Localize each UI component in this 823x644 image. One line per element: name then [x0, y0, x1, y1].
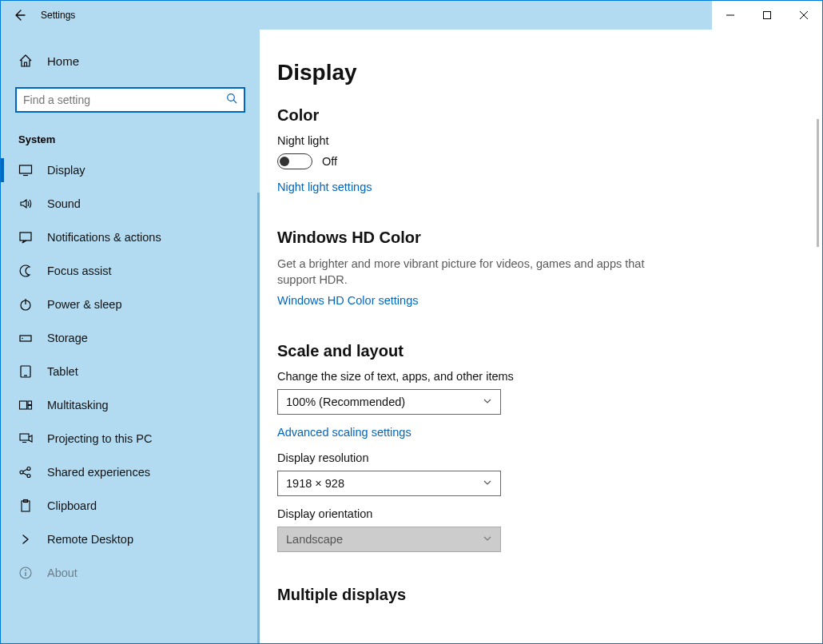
orientation-label: Display orientation [277, 507, 822, 520]
section-scale-header: Scale and layout [277, 342, 822, 360]
home-label: Home [47, 54, 79, 68]
svg-rect-17 [28, 406, 32, 410]
power-icon [18, 297, 33, 312]
sound-icon [18, 197, 33, 211]
night-light-state: Off [322, 155, 337, 168]
scale-dropdown[interactable]: 100% (Recommended) [277, 389, 501, 415]
remote-desktop-icon [18, 532, 33, 547]
svg-rect-8 [20, 233, 31, 241]
display-icon [18, 163, 33, 177]
arrow-left-icon [13, 9, 26, 22]
storage-icon [18, 331, 33, 345]
night-light-label: Night light [277, 134, 822, 147]
sidebar-item-label: Projecting to this PC [47, 432, 152, 445]
search-icon [226, 93, 237, 107]
advanced-scaling-link[interactable]: Advanced scaling settings [277, 426, 822, 439]
close-button[interactable] [785, 1, 822, 30]
svg-rect-6 [20, 165, 32, 173]
sidebar-section-header: System [1, 129, 260, 153]
sidebar-item-label: Power & sleep [47, 298, 122, 311]
sidebar-item-sound[interactable]: Sound [1, 187, 260, 221]
section-hd-header: Windows HD Color [277, 229, 822, 247]
night-light-toggle[interactable] [277, 153, 312, 169]
sidebar-item-label: Multitasking [47, 399, 109, 411]
notifications-icon [18, 230, 33, 244]
svg-line-24 [23, 473, 27, 475]
sidebar-item-multitasking[interactable]: Multitasking [1, 388, 260, 422]
section-color-header: Color [277, 106, 822, 125]
svg-line-23 [23, 469, 27, 471]
sidebar-item-projecting[interactable]: Projecting to this PC [1, 422, 260, 455]
svg-point-20 [20, 471, 23, 474]
sidebar-item-label: Clipboard [47, 499, 97, 512]
hd-color-settings-link[interactable]: Windows HD Color settings [277, 294, 822, 307]
hd-description: Get a brighter and more vibrant picture … [277, 256, 645, 288]
svg-line-5 [233, 100, 237, 103]
orientation-value: Landscape [286, 533, 343, 546]
page-title: Display [277, 60, 822, 85]
maximize-button[interactable] [749, 1, 785, 30]
sidebar: Home System Display Sound [1, 30, 260, 643]
minimize-button[interactable] [712, 1, 749, 30]
sidebar-item-label: Storage [47, 332, 88, 344]
svg-point-29 [25, 570, 26, 571]
window-title: Settings [38, 10, 75, 21]
chevron-down-icon [483, 477, 492, 490]
svg-rect-15 [20, 401, 27, 409]
main-content: Display Color Night light Off Night ligh… [260, 30, 822, 643]
clipboard-icon [18, 499, 33, 513]
resolution-label: Display resolution [277, 451, 822, 464]
resolution-dropdown[interactable]: 1918 × 928 [277, 471, 501, 496]
svg-rect-11 [20, 336, 31, 341]
close-icon [800, 11, 808, 19]
chevron-down-icon [483, 533, 492, 546]
sidebar-item-clipboard[interactable]: Clipboard [1, 489, 260, 523]
sidebar-item-label: Shared experiences [47, 466, 150, 479]
sidebar-item-power-sleep[interactable]: Power & sleep [1, 288, 260, 321]
tablet-icon [18, 364, 33, 379]
svg-point-22 [27, 475, 30, 478]
chevron-down-icon [483, 396, 492, 408]
back-button[interactable] [1, 1, 38, 30]
sidebar-item-label: Notifications & actions [47, 231, 161, 244]
sidebar-item-label: About [47, 566, 78, 579]
svg-rect-1 [764, 12, 771, 19]
home-icon [18, 54, 33, 68]
svg-point-21 [27, 467, 30, 471]
focus-assist-icon [18, 264, 33, 278]
multitasking-icon [18, 398, 33, 412]
svg-point-4 [228, 94, 235, 101]
night-light-settings-link[interactable]: Night light settings [277, 181, 822, 193]
minimize-icon [726, 11, 734, 19]
projecting-icon [18, 431, 33, 446]
sidebar-item-label: Focus assist [47, 264, 112, 277]
sidebar-item-storage[interactable]: Storage [1, 321, 260, 355]
sidebar-item-display[interactable]: Display [1, 153, 260, 187]
resolution-value: 1918 × 928 [286, 477, 344, 490]
shared-icon [18, 465, 33, 479]
search-input[interactable] [15, 87, 245, 113]
sidebar-item-label: Remote Desktop [47, 533, 133, 546]
sidebar-item-about[interactable]: About [1, 556, 260, 590]
svg-rect-16 [28, 401, 32, 405]
sidebar-item-label: Sound [47, 197, 81, 210]
sidebar-item-shared-experiences[interactable]: Shared experiences [1, 455, 260, 489]
scale-value: 100% (Recommended) [286, 396, 405, 408]
sidebar-item-label: Tablet [47, 365, 78, 378]
sidebar-item-tablet[interactable]: Tablet [1, 355, 260, 388]
sidebar-item-remote-desktop[interactable]: Remote Desktop [1, 523, 260, 556]
svg-point-12 [22, 338, 23, 340]
about-icon [18, 566, 33, 580]
orientation-dropdown: Landscape [277, 527, 501, 552]
search-field[interactable] [23, 93, 226, 106]
svg-rect-18 [20, 434, 29, 440]
section-multi-header: Multiple displays [277, 586, 822, 604]
scale-label: Change the size of text, apps, and other… [277, 370, 822, 383]
sidebar-item-notifications[interactable]: Notifications & actions [1, 221, 260, 254]
maximize-icon [763, 11, 771, 19]
sidebar-item-focus-assist[interactable]: Focus assist [1, 254, 260, 288]
main-scrollbar[interactable] [817, 119, 819, 247]
home-button[interactable]: Home [1, 46, 260, 76]
sidebar-item-label: Display [47, 164, 85, 177]
title-bar: Settings [1, 1, 822, 30]
